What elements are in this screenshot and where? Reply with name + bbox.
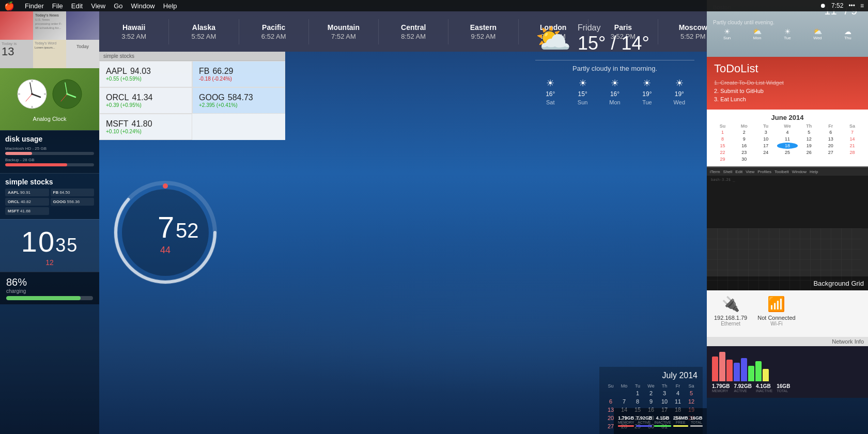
mem-stat-inactive: 4.1GB INACTIVE [756, 383, 772, 393]
weather-icon-big: ⛅ [535, 22, 571, 56]
battery-bar [6, 296, 81, 300]
stocks-mini-widget: simple stocks AAPL 90.91 FB 64.50 ORCL 4… [0, 173, 99, 219]
disk-bar-backup [5, 163, 67, 166]
menubar-list-icon: ≡ [860, 2, 864, 9]
file-menu[interactable]: File [52, 2, 63, 10]
forecast-mon: ☀ 16° Mon [600, 78, 630, 105]
mem-block-memory: 1.79GB MEMORY [618, 415, 634, 427]
forecast-wed: ☀ 19° Wed [664, 78, 694, 105]
network-wifi: 📶 Not Connected Wi-Fi [757, 296, 795, 327]
collage-cell-0 [0, 11, 33, 40]
collage-date: Today is 13 [0, 40, 33, 68]
tz-alaska: Alaska 5:52 AM [169, 19, 239, 44]
mem-bar-7 [755, 361, 762, 381]
edit-menu[interactable]: Edit [71, 2, 83, 10]
weather-temp-block: Friday 15° / 14° [578, 23, 649, 54]
forecast-sun: ☀ 15° Sun [567, 78, 597, 105]
forecast-tue: ☀ 19° Tue [632, 78, 662, 105]
tz-hawaii: Hawaii 3:52 AM [99, 19, 169, 44]
big-clock: 7 52 44 [114, 181, 217, 284]
svg-text:7: 7 [158, 210, 174, 244]
go-menu[interactable]: Go [114, 2, 122, 10]
network-widget: 🔌 192.168.1.79 Ethernet 📶 Not Connected … [707, 290, 868, 346]
green-clock-svg [52, 79, 83, 110]
collage-cell-news: Today's News U.S. News processing order … [33, 11, 66, 40]
apple-menu-icon[interactable]: 🍎 [4, 1, 14, 11]
battery-widget: 86% charging [0, 272, 99, 304]
stock-orcl: ORCL 41.34 +0.39 (+0.95%) [99, 87, 192, 114]
cal-june-grid: Su Mo Tu We Th Fr Sa 1 2 3 4 5 6 7 8 9 1… [712, 123, 863, 162]
bg-grid-svg [707, 228, 862, 290]
help-menu[interactable]: Help [163, 2, 177, 10]
disk-macintosh: Macintosh HD - 25 GB [5, 146, 94, 155]
stock-aapl: AAPL 94.03 +0.55 (+0.59%) [99, 61, 192, 87]
weather-mini-condition: Partly cloudy until evening. [713, 20, 862, 25]
digital-clock-widget: 1035 12 [0, 219, 99, 272]
digital-seconds: 12 [45, 258, 54, 267]
todo-item-3: 3. Eat Lunch [714, 96, 861, 102]
forecast-sat: ☀ 16° Sat [535, 78, 565, 105]
menubar-time: 7:52 [831, 2, 843, 9]
mem-stat-total: 16GB TOTAL [777, 383, 790, 393]
stock-mini-fb: FB 64.50 [51, 189, 95, 196]
weather-top: ⛅ Friday 15° / 14° [535, 22, 694, 56]
tz-mountain: Mountain 7:52 AM [309, 19, 379, 44]
network-ip: 192.168.1.79 [714, 315, 747, 321]
stock-mini-goog: GOOG 556.36 [51, 198, 95, 206]
network-ethernet: 🔌 192.168.1.79 Ethernet [714, 296, 747, 327]
stock-fb: FB 66.29 -0.18 (-0.24%) [192, 61, 285, 87]
right-sidebar: Boston 11° / 9° Partly cloudy until even… [707, 0, 868, 434]
svg-rect-21 [707, 228, 862, 290]
window-menu[interactable]: Window [131, 2, 155, 10]
disk-backup: Backup - 28 GB [5, 158, 94, 166]
stocks-grid: AAPL 94.03 +0.55 (+0.59%) FB 66.29 -0.18… [99, 61, 285, 140]
stock-mini-orcl: ORCL 40.82 [5, 198, 49, 206]
bg-grid-widget: Background Grid [707, 228, 868, 290]
menubar-dots: ••• [848, 2, 855, 9]
stock-mini-aapl: AAPL 90.91 [5, 189, 49, 196]
memory-readout: 1.79GB MEMORY 7.92GB ACTIVE 4.1GB INACTI… [614, 408, 707, 434]
disk-widget: disk usage Macintosh HD - 25 GB Backup -… [0, 130, 99, 173]
disk-bar-macintosh [5, 152, 32, 155]
digital-time: 1035 [21, 225, 78, 258]
terminal-widget: iTerm Shell Edit View Profiles Toolbelt … [707, 166, 868, 228]
menubar-right: ⏺ 7:52 ••• ≡ [820, 2, 864, 9]
big-clock-svg: 7 52 44 [114, 181, 217, 284]
memory-stats: 1.79GB MEMORY 7.92GB ACTIVE 4.1GB INACTI… [712, 383, 863, 393]
battery-status: charging [6, 288, 93, 294]
menubar: 🍎 Finder File Edit View Go Window Help ⏺… [0, 0, 868, 11]
mem-bar-6 [748, 366, 754, 381]
finder-menu[interactable]: Finder [25, 2, 44, 10]
mem-block-total: 16GB TOTAL [690, 415, 703, 427]
weather-forecast: ☀ 16° Sat ☀ 15° Sun ☀ 16° Mon ☀ 19° Tue … [535, 78, 694, 105]
cal-july-title: July 2014 [605, 371, 698, 380]
mem-stat-memory: 1.79GB MEMORY [712, 383, 730, 393]
mem-bar-5 [741, 358, 747, 381]
mem-block-free: 254MB FREE [673, 415, 688, 427]
network-info-body: 🔌 192.168.1.79 Ethernet 📶 Not Connected … [707, 290, 868, 337]
view-menu[interactable]: View [91, 2, 105, 10]
todo-widget: ToDoList 1. Create To-Do List Widget 2. … [707, 57, 868, 110]
network-wifi-status: Not Connected [757, 315, 795, 321]
weather-widget: ⛅ Friday 15° / 14° Partly cloudy in the … [527, 16, 703, 112]
weather-day: Friday [578, 23, 649, 33]
mem-stat-active: 7.92GB ACTIVE [734, 383, 751, 393]
weather-description: Partly cloudy in the morning. [535, 65, 694, 72]
wifi-icon: 📶 [757, 296, 795, 313]
tz-pacific: Pacific 6:52 AM [239, 19, 309, 44]
weather-mini-row: ☀Sun ⛅Mon ☀Tue ⛅Wed ☁Thu [713, 27, 862, 40]
weather-divider [535, 60, 694, 60]
mem-block-inactive: 4.1GB INACTIVE [654, 415, 671, 427]
todo-title: ToDoList [714, 62, 861, 75]
collage-word: Today's Word Lorem ipsum... [33, 40, 66, 68]
svg-point-20 [163, 183, 168, 189]
mem-bar-4 [734, 363, 740, 381]
stock-goog: GOOG 584.73 +2.395 (+0.41%) [192, 87, 285, 114]
network-row: 🔌 192.168.1.79 Ethernet 📶 Not Connected … [714, 296, 861, 327]
battery-icon: ⏺ [820, 2, 826, 9]
battery-percent: 86% [6, 276, 93, 288]
analog-clock-widget: Analog Clock [0, 68, 99, 130]
stocks-header: simple stocks [99, 52, 285, 61]
cal-june-widget: June 2014 Su Mo Tu We Th Fr Sa 1 2 3 4 5… [707, 110, 868, 166]
weather-temp: 15° / 14° [578, 33, 649, 54]
